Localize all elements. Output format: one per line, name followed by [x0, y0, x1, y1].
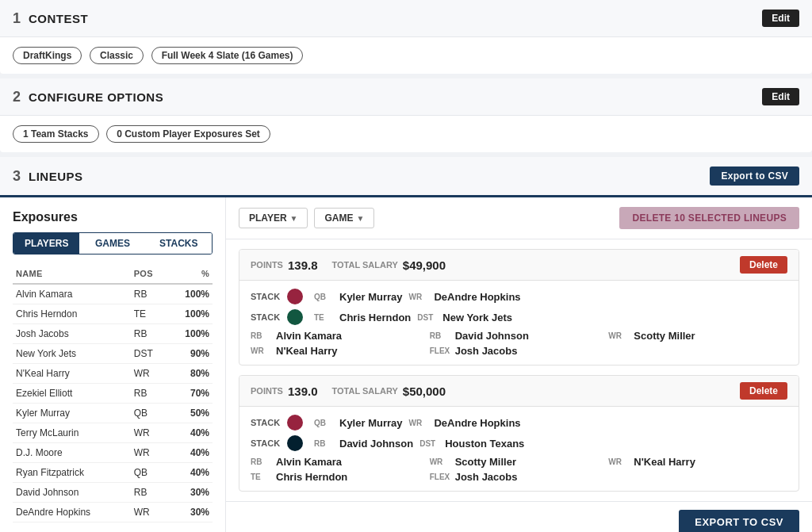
export-top-button[interactable]: Export to CSV — [710, 166, 799, 186]
player-name: Kyler Murray — [339, 417, 402, 429]
configure-body: 1 Team Stacks 0 Custom Player Exposures … — [0, 116, 812, 152]
players-col: WR N'Keal Harry — [608, 456, 787, 468]
player-entry: RB Alvin Kamara — [251, 456, 430, 468]
pos-label: RB — [251, 457, 273, 466]
player-pos-cell: QB — [131, 463, 168, 483]
tab-games[interactable]: GAMES — [79, 233, 145, 254]
player-pct-cell: 40% — [168, 423, 213, 443]
table-row: N'Keal Harry WR 80% — [13, 364, 213, 384]
player-entry: FLEX Josh Jacobs — [430, 345, 609, 357]
player-pos-cell: TE — [131, 304, 168, 324]
player-entry: TE Chris Herndon — [251, 471, 430, 483]
pos-label: DST — [419, 439, 442, 448]
player-name: Alvin Kamara — [276, 330, 342, 342]
player-entry: WR Scotty Miller — [430, 456, 609, 468]
pos-label: TE — [314, 313, 336, 322]
player-name: N'Keal Harry — [634, 456, 695, 468]
player-entry: QB Kyler Murray — [314, 417, 402, 429]
configure-header: 2 CONFIGURE OPTIONS Edit — [0, 78, 812, 116]
exposures-title: Exposures — [13, 210, 213, 224]
player-name: DeAndre Hopkins — [434, 291, 520, 303]
players-col: RB Alvin Kamara WR N'Keal Harry — [251, 330, 430, 357]
player-name-cell: David Johnson — [13, 483, 131, 503]
configure-title: CONFIGURE OPTIONS — [29, 90, 163, 104]
player-name-cell: N'Keal Harry — [13, 364, 131, 384]
salary-value: $50,000 — [403, 385, 446, 398]
configure-section: 2 CONFIGURE OPTIONS Edit 1 Team Stacks 0… — [0, 78, 812, 152]
player-pct-cell: 80% — [168, 364, 213, 384]
delete-selected-button[interactable]: DELETE 10 SELECTED LINEUPS — [619, 207, 799, 229]
lineup-card-header: POINTS 139.8 TOTAL SALARY $49,900 Delete — [239, 250, 799, 281]
lineup-card: POINTS 139.8 TOTAL SALARY $49,900 Delete… — [239, 249, 799, 366]
pos-label: WR — [251, 346, 273, 355]
filter-bar-left: PLAYER ▼ GAME ▼ — [239, 208, 374, 228]
delete-card-button[interactable]: Delete — [740, 256, 787, 274]
lineups-title: LINEUPS — [29, 170, 83, 183]
player-pct-cell: 50% — [168, 404, 213, 423]
pos-label: FLEX — [430, 346, 452, 355]
player-entry: QB Kyler Murray — [314, 291, 402, 303]
contest-edit-button[interactable]: Edit — [762, 10, 799, 27]
player-pct-cell: 100% — [168, 284, 213, 304]
contest-number: 1 — [13, 10, 21, 27]
lineup-cards: POINTS 139.8 TOTAL SALARY $49,900 Delete… — [226, 239, 812, 501]
player-pos-cell: WR — [131, 423, 168, 443]
team-icon — [287, 309, 303, 325]
tab-players[interactable]: PLAYERS — [13, 233, 79, 254]
player-pct-cell: 30% — [168, 503, 213, 522]
player-entry: WR N'Keal Harry — [608, 456, 787, 468]
tag-draftkings: DraftKings — [13, 47, 82, 64]
players-col: RB Alvin Kamara TE Chris Herndon — [251, 456, 430, 483]
player-name: Scotty Miller — [634, 330, 695, 342]
player-pct-cell: 100% — [168, 304, 213, 324]
tag-team-stacks: 1 Team Stacks — [13, 125, 99, 143]
tab-stacks[interactable]: STACKS — [146, 233, 212, 254]
player-name-cell: Josh Jacobs — [13, 324, 131, 344]
lineup-card-body: STACK QB Kyler Murray WR DeAndre Hopkins… — [239, 407, 799, 491]
stack-row: STACK RB David Johnson DST Houston Texan… — [251, 435, 787, 451]
table-row: DeAndre Hopkins WR 30% — [13, 503, 213, 522]
tag-classic: Classic — [90, 47, 144, 64]
player-pct-cell: 40% — [168, 463, 213, 483]
player-pos-cell: DST — [131, 344, 168, 364]
player-pos-cell: RB — [131, 384, 168, 404]
contest-header-left: 1 CONTEST — [13, 10, 88, 27]
table-row: Ezekiel Elliott RB 70% — [13, 384, 213, 404]
player-name-cell: DeAndre Hopkins — [13, 503, 131, 522]
player-name: Chris Herndon — [276, 471, 347, 483]
export-bottom-button[interactable]: EXPORT TO CSV — [679, 510, 799, 532]
lineup-card-stats: POINTS 139.8 TOTAL SALARY $49,900 — [251, 258, 446, 272]
pos-label: QB — [314, 293, 336, 301]
stack-row: STACK QB Kyler Murray WR DeAndre Hopkins — [251, 415, 787, 431]
player-name: Alvin Kamara — [276, 456, 342, 468]
pos-label: RB — [430, 331, 452, 340]
points-value: 139.8 — [288, 258, 318, 272]
delete-card-button[interactable]: Delete — [740, 382, 787, 400]
player-caret-icon: ▼ — [290, 214, 298, 223]
player-name: Josh Jacobs — [455, 345, 518, 357]
pos-label: WR — [430, 457, 452, 466]
lineup-card: POINTS 139.0 TOTAL SALARY $50,000 Delete… — [239, 375, 799, 492]
player-pct-cell: 100% — [168, 324, 213, 344]
pos-label: TE — [251, 473, 273, 481]
player-pct-cell: 70% — [168, 384, 213, 404]
player-pos-cell: WR — [131, 364, 168, 384]
lineups-main: PLAYER ▼ GAME ▼ DELETE 10 SELECTED LINEU… — [226, 197, 812, 532]
player-entry: WR DeAndre Hopkins — [408, 417, 520, 429]
extra-players-row: RB Alvin Kamara WR N'Keal Harry RB David… — [251, 330, 787, 357]
page: 1 CONTEST Edit DraftKings Classic Full W… — [0, 0, 812, 532]
player-pos-cell: RB — [131, 284, 168, 304]
pos-label: WR — [408, 293, 431, 301]
filter-player-label: PLAYER — [249, 212, 287, 224]
filter-player-button[interactable]: PLAYER ▼ — [239, 208, 308, 228]
team-icon — [287, 415, 303, 431]
contest-header: 1 CONTEST Edit — [0, 0, 812, 37]
filter-game-button[interactable]: GAME ▼ — [314, 208, 374, 228]
pos-label: RB — [251, 331, 273, 340]
configure-edit-button[interactable]: Edit — [762, 88, 799, 105]
player-name-cell: Kyler Murray — [13, 404, 131, 423]
player-name: Kyler Murray — [339, 291, 402, 303]
salary-label: TOTAL SALARY — [332, 260, 398, 270]
player-pos-cell: RB — [131, 483, 168, 503]
contest-section: 1 CONTEST Edit DraftKings Classic Full W… — [0, 0, 812, 74]
